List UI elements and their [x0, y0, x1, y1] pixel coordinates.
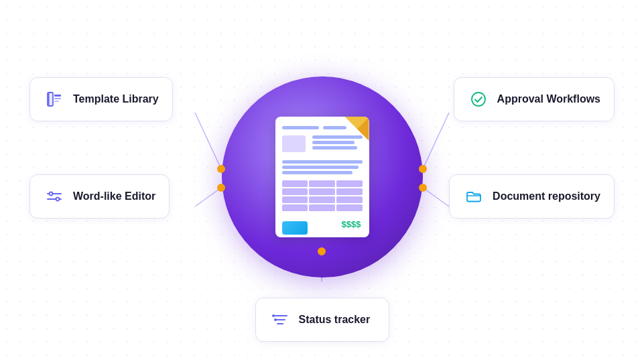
approval-workflows-box: Approval Workflows — [454, 77, 615, 121]
template-icon — [44, 88, 65, 110]
svg-rect-10 — [54, 101, 59, 102]
svg-rect-8 — [54, 95, 61, 97]
svg-line-0 — [195, 113, 221, 169]
document-repository-label: Document repository — [493, 190, 600, 202]
document-illustration: $$$$ — [275, 117, 369, 237]
template-library-box: Template Library — [29, 77, 173, 121]
svg-line-1 — [195, 188, 221, 206]
repo-icon — [463, 186, 485, 207]
svg-rect-9 — [54, 98, 61, 99]
dot-tracker — [318, 247, 326, 255]
dot-repo — [419, 184, 427, 192]
status-tracker-label: Status tracker — [299, 314, 371, 326]
dot-approval — [419, 165, 427, 173]
approval-workflows-label: Approval Workflows — [497, 93, 600, 105]
document-repository-box: Document repository — [449, 174, 615, 219]
svg-point-22 — [274, 318, 277, 321]
template-library-label: Template Library — [73, 93, 159, 105]
svg-line-3 — [423, 188, 449, 206]
svg-point-21 — [272, 314, 275, 317]
dot-editor — [217, 184, 225, 192]
word-editor-box: Word-like Editor — [29, 174, 170, 219]
dollar-sign: $$$$ — [342, 219, 361, 229]
approval-icon — [468, 88, 489, 110]
svg-rect-7 — [48, 93, 50, 105]
main-scene: $$$$ Template Library — [0, 0, 644, 362]
dot-template — [217, 165, 225, 173]
word-editor-label: Word-like Editor — [73, 190, 155, 202]
svg-line-2 — [423, 113, 449, 169]
status-tracker-box: Status tracker — [255, 298, 389, 342]
tracker-icon — [269, 309, 291, 330]
editor-icon — [44, 186, 65, 207]
svg-point-17 — [472, 93, 485, 106]
